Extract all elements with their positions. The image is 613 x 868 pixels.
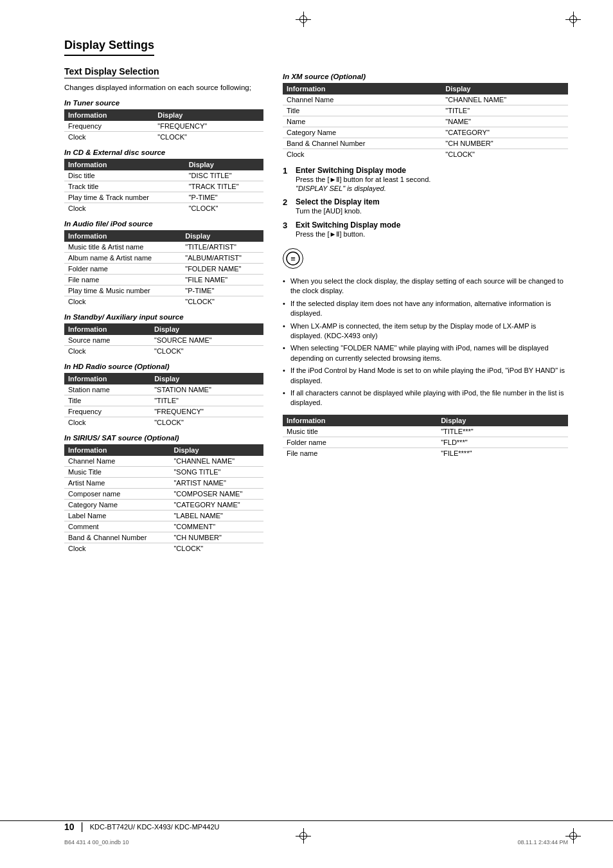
sirius-source-table: Information Display Channel Name"CHANNEL…: [64, 444, 263, 554]
display-cell: "FLD***": [437, 437, 568, 448]
svg-text:≡: ≡: [290, 254, 296, 264]
info-cell: Track title: [64, 181, 185, 192]
footer-date: 08.11.1 2:43:44 PM: [517, 839, 568, 845]
table-row: File name"FILE****": [283, 448, 568, 458]
hd-source-section: In HD Radio source (Optional) Informatio…: [64, 363, 263, 428]
info-cell: Play time & Track number: [64, 192, 185, 203]
table-row: Band & Channel Number"CH NUMBER": [64, 532, 263, 543]
step-1-content: Enter Switching Display mode Press the […: [296, 166, 568, 192]
standby-col-info: Information: [64, 323, 150, 335]
table-row: Disc title"DISC TITLE": [64, 170, 263, 181]
right-column: In XM source (Optional) Information Disp…: [283, 66, 568, 557]
table-row: Channel Name"CHANNEL NAME": [283, 95, 568, 105]
display-cell: "FILE****": [437, 448, 568, 458]
table-row: Channel Name"CHANNEL NAME": [64, 456, 263, 467]
table-row: Clock"CLOCK": [64, 543, 263, 554]
step-3: 3 Exit Switching Display mode Press the …: [283, 221, 568, 239]
display-cell: "CATEGORY": [441, 127, 568, 138]
info-cell: Clock: [283, 149, 441, 160]
table-row: Frequency"FREQUENCY": [64, 121, 263, 132]
ipod-col-info: Information: [283, 415, 437, 426]
table-row: Comment"COMMENT": [64, 521, 263, 532]
display-cell: "P-TIME": [185, 192, 263, 203]
sirius-source-heading: In SIRIUS/ SAT source (Optional): [64, 434, 263, 442]
step-2-number: 2: [283, 197, 292, 207]
display-cell: "CLOCK": [181, 296, 263, 307]
footer-page-number: 10: [64, 822, 75, 832]
section-title: Text Display Selection: [64, 66, 159, 78]
two-column-layout: Text Display Selection Changes displayed…: [64, 66, 568, 557]
list-item: If the iPod Control by Hand Mode is set …: [283, 366, 568, 386]
xm-col-info: Information: [283, 83, 441, 95]
display-cell: "SOURCE NAME": [150, 335, 263, 346]
display-cell: "TRACK TITLE": [185, 181, 263, 192]
footer-file: B64 431 4 00_00.indb 10: [64, 839, 129, 845]
table-row: Label Name"LABEL NAME": [64, 511, 263, 521]
cd-col-display: Display: [185, 159, 263, 170]
step-3-number: 3: [283, 221, 292, 230]
xm-source-section: In XM source (Optional) Information Disp…: [283, 73, 568, 159]
info-cell: Category Name: [283, 127, 441, 138]
display-cell: "FREQUENCY": [154, 121, 263, 132]
xm-col-display: Display: [441, 83, 568, 95]
standby-col-display: Display: [150, 323, 263, 335]
display-cell: "STATION NAME": [150, 384, 263, 395]
ipod-table: Information Display Music title"TITLE***…: [283, 415, 568, 458]
info-cell: Clock: [64, 346, 150, 357]
main-title: Display Settings: [64, 39, 154, 56]
standby-source-heading: In Standby/ Auxiliary input source: [64, 313, 263, 321]
display-cell: "COMPOSER NAME": [170, 489, 263, 500]
info-cell: Album name & Artist name: [64, 253, 181, 264]
table-row: Band & Channel Number"CH NUMBER": [283, 138, 568, 149]
table-row: Clock"CLOCK": [64, 132, 263, 143]
crosshair-top-right: [565, 12, 581, 27]
info-cell: Title: [283, 105, 441, 116]
info-cell: Clock: [64, 203, 185, 214]
display-cell: "CLOCK": [185, 203, 263, 214]
info-cell: Music title: [283, 426, 437, 437]
tuner-source-table: Information Display Frequency"FREQUENCY"…: [64, 109, 263, 142]
page: Display Settings Text Display Selection …: [0, 0, 613, 868]
display-cell: "CHANNEL NAME": [170, 456, 263, 467]
audio-col-display: Display: [181, 230, 263, 242]
table-row: Title"TITLE": [64, 395, 263, 406]
display-cell: "TITLE***": [437, 426, 568, 437]
tuner-col-display: Display: [154, 109, 263, 121]
info-cell: Clock: [64, 543, 170, 554]
display-cell: "CLOCK": [441, 149, 568, 160]
display-cell: "ARTIST NAME": [170, 478, 263, 489]
display-cell: "FILE NAME": [181, 275, 263, 285]
left-column: Text Display Selection Changes displayed…: [64, 66, 263, 557]
hd-col-display: Display: [150, 373, 263, 384]
step-1-detail: Press the [►Ⅱ] button for at least 1 sec…: [296, 176, 568, 184]
display-cell: "CATEGORY NAME": [170, 500, 263, 511]
list-item: When you select the clock display, the d…: [283, 276, 568, 296]
display-cell: "CHANNEL NAME": [441, 95, 568, 105]
info-cell: Play time & Music number: [64, 285, 181, 296]
sirius-col-display: Display: [170, 444, 263, 456]
table-row: Artist Name"ARTIST NAME": [64, 478, 263, 489]
info-cell: File name: [283, 448, 437, 458]
table-row: Album name & Artist name"ALBUM/ARTIST": [64, 253, 263, 264]
display-cell: "CH NUMBER": [170, 532, 263, 543]
step-3-main: Exit Switching Display mode: [296, 221, 568, 230]
info-cell: File name: [64, 275, 181, 285]
table-row: Clock"CLOCK": [64, 346, 263, 357]
info-cell: Clock: [64, 296, 181, 307]
hd-source-heading: In HD Radio source (Optional): [64, 363, 263, 370]
step-1: 1 Enter Switching Display mode Press the…: [283, 166, 568, 192]
footer-model: KDC-BT742U/ KDC-X493/ KDC-MP442U: [90, 823, 220, 831]
display-cell: "NAME": [441, 116, 568, 127]
standby-source-table: Information Display Source name"SOURCE N…: [64, 323, 263, 356]
info-cell: Title: [64, 395, 150, 406]
display-cell: "LABEL NAME": [170, 511, 263, 521]
display-cell: "TITLE/ARTIST": [181, 242, 263, 253]
display-cell: "ALBUM/ARTIST": [181, 253, 263, 264]
display-cell: "CLOCK": [150, 346, 263, 357]
step-3-content: Exit Switching Display mode Press the [►…: [296, 221, 568, 239]
info-cell: Music Title: [64, 467, 170, 478]
tuner-source-section: In Tuner source Information Display Freq…: [64, 99, 263, 142]
table-row: Frequency"FREQUENCY": [64, 406, 263, 417]
info-cell: Channel Name: [283, 95, 441, 105]
ipod-col-display: Display: [437, 415, 568, 426]
